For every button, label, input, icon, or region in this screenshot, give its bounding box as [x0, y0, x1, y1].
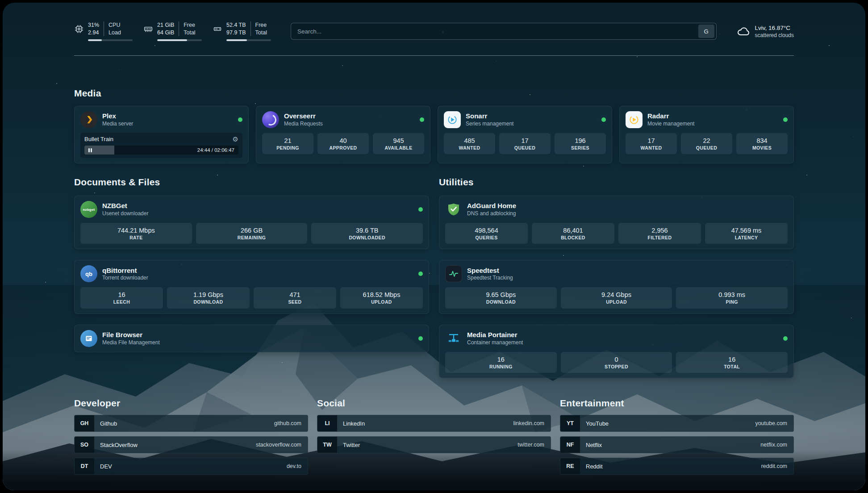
bookmark-name: Twitter: [343, 442, 360, 448]
bookmark-youtube[interactable]: YT YouTube youtube.com: [560, 415, 794, 432]
stat-queued: 22QUEUED: [681, 133, 732, 154]
bookmark-url: dev.to: [287, 463, 301, 469]
stat-rate: 744.21 MbpsRATE: [80, 223, 192, 244]
developer-section-title: Developer: [74, 398, 308, 409]
radarr-icon: [626, 111, 643, 128]
app-card-filebrowser[interactable]: File Browser Media File Management: [74, 325, 429, 352]
stat-total: 16TOTAL: [676, 352, 788, 373]
memory-free-value: 21 GiB: [157, 21, 174, 29]
storage-total-value: 97.9 TB: [226, 29, 246, 36]
bookmark-url: netflix.com: [760, 442, 787, 448]
status-dot: [418, 272, 423, 276]
stat-leech: 16LEECH: [80, 287, 163, 308]
bookmark-name: Netflix: [586, 442, 602, 448]
entertainment-section-title: Entertainment: [560, 398, 794, 409]
dashboard-background: 31% 2.94 CPU Load: [3, 3, 865, 490]
stat-wanted: 17WANTED: [626, 133, 677, 154]
storage-icon: [213, 24, 222, 34]
adguard-icon: [445, 201, 462, 218]
header-divider: [74, 55, 794, 56]
app-card-overseerr[interactable]: Overseerr Media Requests 21PENDING 40APP…: [256, 106, 430, 163]
app-card-nzbget[interactable]: nzbget NZBGet Usenet downloader 744.21 M…: [74, 196, 429, 249]
app-card-plex[interactable]: Plex Media server Bullet Train ⚙: [74, 106, 249, 163]
overseerr-icon: [262, 111, 279, 128]
media-section-title: Media: [74, 88, 794, 99]
app-card-speedtest[interactable]: Speedtest Speedtest Tracking 9.65 GbpsDO…: [439, 260, 794, 313]
screenshot-frame: 31% 2.94 CPU Load: [0, 0, 868, 493]
github-abbr-icon: GH: [75, 415, 94, 431]
cpu-progress-fill: [88, 39, 102, 41]
memory-icon: [143, 24, 153, 34]
section-entertainment: Entertainment YT YouTube youtube.com NF …: [560, 398, 794, 479]
stat-filtered: 2,956FILTERED: [618, 223, 701, 244]
app-name: Radarr: [647, 112, 694, 121]
memory-metric: 21 GiB 64 GiB Free Total: [143, 21, 202, 41]
app-subtitle: Media Requests: [284, 121, 323, 127]
storage-free-label: Free: [255, 21, 267, 29]
bookmark-github[interactable]: GH Github github.com: [74, 415, 308, 432]
bookmark-url: linkedin.com: [513, 420, 544, 426]
section-social: Social LI LinkedIn linkedin.com TW Twitt…: [317, 398, 551, 458]
cpu-load-value: 2.94: [88, 29, 99, 36]
bookmark-name: Reddit: [586, 463, 603, 470]
stat-ping: 0.993 msPING: [676, 287, 788, 308]
app-subtitle: Media server: [102, 121, 133, 127]
memory-total-label: Total: [184, 29, 195, 36]
memory-progress-bar: [157, 39, 202, 41]
plex-now-playing: Bullet Train ⚙ 24:44 / 02:06:47: [80, 133, 242, 158]
stat-wanted: 485WANTED: [444, 133, 495, 154]
app-subtitle: Container management: [467, 339, 523, 346]
search-bar[interactable]: G: [291, 23, 717, 40]
stat-running: 16RUNNING: [445, 352, 557, 373]
search-engine-button[interactable]: G: [698, 25, 714, 38]
app-card-qbittorrent[interactable]: qb qBittorrent Torrent downloader 16LEEC…: [74, 260, 429, 313]
bookmark-name: DEV: [100, 463, 112, 470]
app-name: qBittorrent: [102, 267, 148, 275]
app-subtitle: Movie management: [647, 121, 694, 127]
bookmark-twitter[interactable]: TW Twitter twitter.com: [317, 436, 551, 453]
youtube-abbr-icon: YT: [560, 415, 580, 431]
playback-time: 24:44 / 02:06:47: [197, 147, 234, 153]
bookmark-url: twitter.com: [517, 442, 544, 448]
search-input[interactable]: [297, 28, 695, 35]
playback-progress-bar[interactable]: 24:44 / 02:06:47: [84, 146, 238, 155]
app-card-adguard[interactable]: AdGuard Home DNS and adblocking 498,564Q…: [439, 196, 794, 249]
stat-upload: 9.24 GbpsUPLOAD: [561, 287, 672, 308]
cpu-metric: 31% 2.94 CPU Load: [74, 21, 133, 41]
status-dot: [418, 207, 423, 212]
bookmark-reddit[interactable]: RE Reddit reddit.com: [560, 458, 794, 475]
weather-location-temp: Lviv, 16.87°C: [755, 24, 794, 32]
bookmark-dev[interactable]: DT DEV dev.to: [74, 458, 308, 475]
top-bar: 31% 2.94 CPU Load: [74, 21, 794, 42]
linkedin-abbr-icon: LI: [317, 415, 337, 431]
stat-queued: 17QUEUED: [499, 133, 551, 154]
social-section-title: Social: [317, 398, 551, 409]
gear-icon[interactable]: ⚙: [233, 136, 238, 142]
documents-section-title: Documents & Files: [74, 177, 429, 188]
weather-widget: Lviv, 16.87°C scattered clouds: [736, 24, 794, 38]
bookmark-url: stackoverflow.com: [256, 442, 301, 448]
app-subtitle: Media File Management: [102, 339, 160, 346]
app-name: AdGuard Home: [467, 202, 516, 210]
memory-total-value: 64 GiB: [157, 29, 174, 36]
app-card-portainer[interactable]: Media Portainer Container management 16R…: [439, 325, 794, 378]
stat-upload: 618.52 MbpsUPLOAD: [340, 287, 423, 308]
bookmark-url: reddit.com: [761, 463, 787, 469]
stat-stopped: 0STOPPED: [561, 352, 672, 373]
bookmark-linkedin[interactable]: LI LinkedIn linkedin.com: [317, 415, 551, 432]
bookmark-netflix[interactable]: NF Netflix netflix.com: [560, 436, 794, 453]
app-card-radarr[interactable]: Radarr Movie management 17WANTED 22QUEUE…: [619, 106, 794, 163]
status-dot: [783, 336, 788, 341]
stat-latency: 47.569 msLATENCY: [705, 223, 788, 244]
stat-blocked: 86,401BLOCKED: [532, 223, 614, 244]
plex-icon: [80, 111, 97, 128]
bookmark-stackoverflow[interactable]: SO StackOverflow stackoverflow.com: [74, 436, 308, 453]
stat-seed: 471SEED: [254, 287, 336, 308]
portainer-icon: [445, 330, 462, 347]
app-name: Plex: [102, 112, 133, 121]
storage-progress-bar: [226, 39, 271, 41]
section-utilities: Utilities AdGuard Home DNS and: [439, 177, 794, 378]
bookmark-url: youtube.com: [755, 420, 787, 426]
section-media: Media Plex Media server: [74, 88, 794, 163]
app-card-sonarr[interactable]: Sonarr Series management 485WANTED 17QUE…: [438, 106, 612, 163]
